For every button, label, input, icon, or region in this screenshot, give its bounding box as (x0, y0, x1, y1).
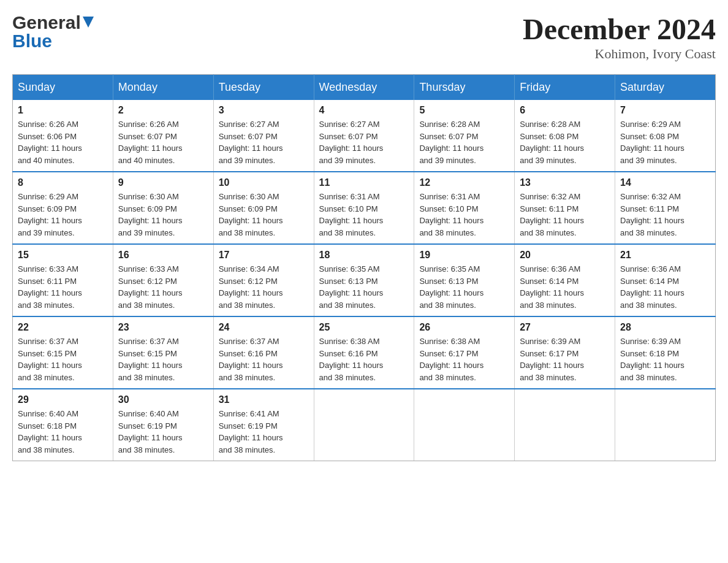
calendar-day-cell: 1Sunrise: 6:26 AMSunset: 6:06 PMDaylight… (13, 100, 113, 172)
page-header: General Blue December 2024 Kohimon, Ivor… (12, 12, 716, 62)
logo-general: General (12, 12, 94, 33)
column-header-friday: Friday (515, 75, 615, 101)
day-number: 23 (118, 322, 208, 333)
calendar-day-cell: 6Sunrise: 6:28 AMSunset: 6:08 PMDaylight… (515, 100, 615, 172)
calendar-day-cell: 9Sunrise: 6:30 AMSunset: 6:09 PMDaylight… (113, 172, 213, 244)
day-info: Sunrise: 6:35 AMSunset: 6:13 PMDaylight:… (319, 263, 409, 311)
title-area: December 2024 Kohimon, Ivory Coast (523, 12, 716, 62)
column-header-thursday: Thursday (414, 75, 515, 101)
calendar-day-cell: 16Sunrise: 6:33 AMSunset: 6:12 PMDayligh… (113, 244, 213, 316)
calendar-day-cell (414, 389, 515, 461)
day-info: Sunrise: 6:35 AMSunset: 6:13 PMDaylight:… (419, 263, 509, 311)
day-number: 31 (219, 394, 309, 405)
calendar-day-cell: 27Sunrise: 6:39 AMSunset: 6:17 PMDayligh… (515, 316, 615, 389)
day-number: 21 (620, 250, 710, 261)
column-header-saturday: Saturday (615, 75, 716, 101)
calendar-day-cell: 23Sunrise: 6:37 AMSunset: 6:15 PMDayligh… (113, 316, 213, 389)
day-info: Sunrise: 6:38 AMSunset: 6:16 PMDaylight:… (319, 335, 409, 383)
calendar-week-1: 1Sunrise: 6:26 AMSunset: 6:06 PMDaylight… (13, 100, 716, 172)
calendar-day-cell: 11Sunrise: 6:31 AMSunset: 6:10 PMDayligh… (314, 172, 414, 244)
day-info: Sunrise: 6:37 AMSunset: 6:15 PMDaylight:… (118, 335, 208, 383)
calendar-day-cell: 18Sunrise: 6:35 AMSunset: 6:13 PMDayligh… (314, 244, 414, 316)
day-info: Sunrise: 6:32 AMSunset: 6:11 PMDaylight:… (520, 191, 610, 239)
day-number: 27 (520, 322, 610, 333)
calendar-week-4: 22Sunrise: 6:37 AMSunset: 6:15 PMDayligh… (13, 316, 716, 389)
location: Kohimon, Ivory Coast (523, 46, 716, 62)
calendar-day-cell: 31Sunrise: 6:41 AMSunset: 6:19 PMDayligh… (213, 389, 314, 461)
day-number: 11 (319, 177, 409, 188)
calendar-header-row: SundayMondayTuesdayWednesdayThursdayFrid… (13, 75, 716, 101)
calendar-day-cell (515, 389, 615, 461)
day-info: Sunrise: 6:31 AMSunset: 6:10 PMDaylight:… (319, 191, 409, 239)
calendar-day-cell: 8Sunrise: 6:29 AMSunset: 6:09 PMDaylight… (13, 172, 113, 244)
day-number: 8 (18, 177, 108, 188)
day-number: 15 (18, 250, 108, 261)
calendar-day-cell: 26Sunrise: 6:38 AMSunset: 6:17 PMDayligh… (414, 316, 515, 389)
calendar-day-cell: 12Sunrise: 6:31 AMSunset: 6:10 PMDayligh… (414, 172, 515, 244)
day-number: 30 (118, 394, 208, 405)
day-info: Sunrise: 6:36 AMSunset: 6:14 PMDaylight:… (520, 263, 610, 311)
column-header-tuesday: Tuesday (213, 75, 314, 101)
calendar-day-cell: 2Sunrise: 6:26 AMSunset: 6:07 PMDaylight… (113, 100, 213, 172)
calendar-day-cell: 21Sunrise: 6:36 AMSunset: 6:14 PMDayligh… (615, 244, 716, 316)
day-number: 4 (319, 105, 409, 116)
calendar-day-cell: 25Sunrise: 6:38 AMSunset: 6:16 PMDayligh… (314, 316, 414, 389)
calendar-day-cell: 3Sunrise: 6:27 AMSunset: 6:07 PMDaylight… (213, 100, 314, 172)
day-number: 2 (118, 105, 208, 116)
logo: General Blue (12, 12, 94, 52)
day-number: 14 (620, 177, 710, 188)
day-number: 20 (520, 250, 610, 261)
day-number: 1 (18, 105, 108, 116)
day-number: 19 (419, 250, 509, 261)
day-info: Sunrise: 6:28 AMSunset: 6:07 PMDaylight:… (419, 118, 509, 166)
calendar-day-cell: 28Sunrise: 6:39 AMSunset: 6:18 PMDayligh… (615, 316, 716, 389)
day-number: 6 (520, 105, 610, 116)
column-header-sunday: Sunday (13, 75, 113, 101)
day-number: 12 (419, 177, 509, 188)
day-info: Sunrise: 6:39 AMSunset: 6:18 PMDaylight:… (620, 335, 710, 383)
day-info: Sunrise: 6:40 AMSunset: 6:18 PMDaylight:… (18, 408, 108, 456)
day-number: 18 (319, 250, 409, 261)
day-number: 13 (520, 177, 610, 188)
day-number: 5 (419, 105, 509, 116)
day-number: 10 (219, 177, 309, 188)
day-number: 3 (219, 105, 309, 116)
day-info: Sunrise: 6:29 AMSunset: 6:09 PMDaylight:… (18, 191, 108, 239)
calendar-day-cell: 30Sunrise: 6:40 AMSunset: 6:19 PMDayligh… (113, 389, 213, 461)
calendar-table: SundayMondayTuesdayWednesdayThursdayFrid… (12, 74, 716, 461)
calendar-day-cell (615, 389, 716, 461)
day-info: Sunrise: 6:31 AMSunset: 6:10 PMDaylight:… (419, 191, 509, 239)
calendar-week-2: 8Sunrise: 6:29 AMSunset: 6:09 PMDaylight… (13, 172, 716, 244)
day-info: Sunrise: 6:33 AMSunset: 6:11 PMDaylight:… (18, 263, 108, 311)
day-info: Sunrise: 6:41 AMSunset: 6:19 PMDaylight:… (219, 408, 309, 456)
day-number: 24 (219, 322, 309, 333)
day-number: 7 (620, 105, 710, 116)
calendar-day-cell: 15Sunrise: 6:33 AMSunset: 6:11 PMDayligh… (13, 244, 113, 316)
day-number: 16 (118, 250, 208, 261)
day-info: Sunrise: 6:34 AMSunset: 6:12 PMDaylight:… (219, 263, 309, 311)
day-info: Sunrise: 6:27 AMSunset: 6:07 PMDaylight:… (319, 118, 409, 166)
column-header-wednesday: Wednesday (314, 75, 414, 101)
day-info: Sunrise: 6:26 AMSunset: 6:07 PMDaylight:… (118, 118, 208, 166)
day-info: Sunrise: 6:26 AMSunset: 6:06 PMDaylight:… (18, 118, 108, 166)
calendar-day-cell: 24Sunrise: 6:37 AMSunset: 6:16 PMDayligh… (213, 316, 314, 389)
day-info: Sunrise: 6:27 AMSunset: 6:07 PMDaylight:… (219, 118, 309, 166)
day-info: Sunrise: 6:40 AMSunset: 6:19 PMDaylight:… (118, 408, 208, 456)
logo-arrow-icon (83, 17, 94, 29)
day-info: Sunrise: 6:38 AMSunset: 6:17 PMDaylight:… (419, 335, 509, 383)
calendar-day-cell (314, 389, 414, 461)
calendar-day-cell: 29Sunrise: 6:40 AMSunset: 6:18 PMDayligh… (13, 389, 113, 461)
day-number: 29 (18, 394, 108, 405)
day-number: 22 (18, 322, 108, 333)
day-info: Sunrise: 6:39 AMSunset: 6:17 PMDaylight:… (520, 335, 610, 383)
calendar-day-cell: 5Sunrise: 6:28 AMSunset: 6:07 PMDaylight… (414, 100, 515, 172)
calendar-day-cell: 14Sunrise: 6:32 AMSunset: 6:11 PMDayligh… (615, 172, 716, 244)
calendar-day-cell: 19Sunrise: 6:35 AMSunset: 6:13 PMDayligh… (414, 244, 515, 316)
calendar-day-cell: 20Sunrise: 6:36 AMSunset: 6:14 PMDayligh… (515, 244, 615, 316)
day-info: Sunrise: 6:32 AMSunset: 6:11 PMDaylight:… (620, 191, 710, 239)
day-number: 28 (620, 322, 710, 333)
calendar-day-cell: 17Sunrise: 6:34 AMSunset: 6:12 PMDayligh… (213, 244, 314, 316)
day-info: Sunrise: 6:28 AMSunset: 6:08 PMDaylight:… (520, 118, 610, 166)
day-number: 25 (319, 322, 409, 333)
calendar-day-cell: 22Sunrise: 6:37 AMSunset: 6:15 PMDayligh… (13, 316, 113, 389)
